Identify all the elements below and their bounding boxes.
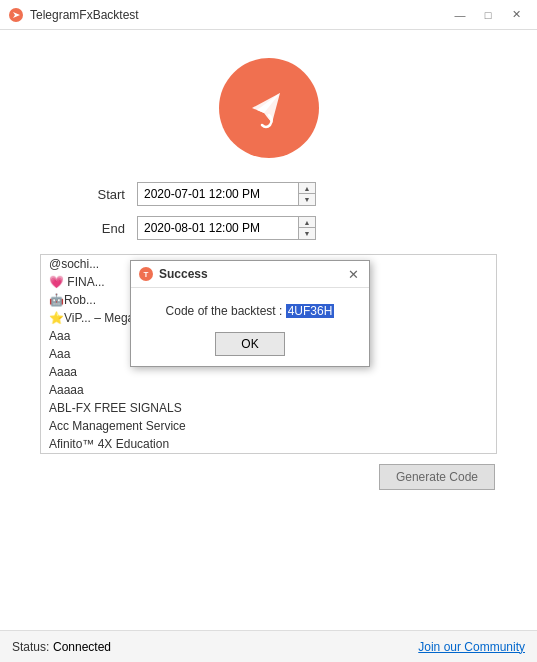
main-content: Start ▲ ▼ End ▲ ▼ @sochi...💗 F xyxy=(0,30,537,662)
list-item[interactable]: Acc Management Service xyxy=(41,417,496,435)
list-item[interactable]: ABL-FX FREE SIGNALS xyxy=(41,399,496,417)
close-button[interactable]: ✕ xyxy=(503,5,529,25)
title-bar: TelegramFxBacktest — □ ✕ xyxy=(0,0,537,30)
start-row: Start ▲ ▼ xyxy=(80,182,457,206)
community-link[interactable]: Join our Community xyxy=(418,640,525,654)
window-controls: — □ ✕ xyxy=(447,5,529,25)
end-decrement-btn[interactable]: ▼ xyxy=(299,228,315,239)
end-datetime-input[interactable] xyxy=(138,218,298,238)
dialog-ok-button[interactable]: OK xyxy=(215,332,285,356)
dialog-title-icon: T xyxy=(139,267,153,281)
dialog-title: Success xyxy=(159,267,340,281)
generate-code-button[interactable]: Generate Code xyxy=(379,464,495,490)
app-title: TelegramFxBacktest xyxy=(30,8,447,22)
end-label: End xyxy=(80,221,125,236)
start-spinner[interactable]: ▲ ▼ xyxy=(298,183,315,205)
app-icon xyxy=(8,7,24,23)
start-label: Start xyxy=(80,187,125,202)
start-datetime-wrapper[interactable]: ▲ ▼ xyxy=(137,182,316,206)
list-item[interactable]: Aaaaa xyxy=(41,381,496,399)
maximize-button[interactable]: □ xyxy=(475,5,501,25)
end-increment-btn[interactable]: ▲ xyxy=(299,217,315,228)
start-datetime-input[interactable] xyxy=(138,184,298,204)
status-value: Connected xyxy=(53,640,111,654)
start-increment-btn[interactable]: ▲ xyxy=(299,183,315,194)
start-decrement-btn[interactable]: ▼ xyxy=(299,194,315,205)
minimize-button[interactable]: — xyxy=(447,5,473,25)
generate-btn-area: Generate Code xyxy=(0,454,537,490)
dialog-close-button[interactable]: ✕ xyxy=(346,268,361,281)
end-datetime-wrapper[interactable]: ▲ ▼ xyxy=(137,216,316,240)
dialog-body: Code of the backtest : 4UF36H OK xyxy=(131,288,369,366)
success-dialog: T Success ✕ Code of the backtest : 4UF36… xyxy=(130,260,370,367)
end-row: End ▲ ▼ xyxy=(80,216,457,240)
end-spinner[interactable]: ▲ ▼ xyxy=(298,217,315,239)
dialog-message-text: Code of the backtest : xyxy=(166,304,286,318)
status-bar: Status: Connected Join our Community xyxy=(0,630,537,662)
app-logo xyxy=(219,58,319,158)
list-item[interactable]: Afinito™ 4X Education xyxy=(41,435,496,453)
dialog-message: Code of the backtest : 4UF36H xyxy=(145,304,355,318)
dialog-code: 4UF36H xyxy=(286,304,335,318)
form-area: Start ▲ ▼ End ▲ ▼ xyxy=(0,182,537,240)
status-label: Status: xyxy=(12,640,49,654)
dialog-titlebar: T Success ✕ xyxy=(131,261,369,288)
